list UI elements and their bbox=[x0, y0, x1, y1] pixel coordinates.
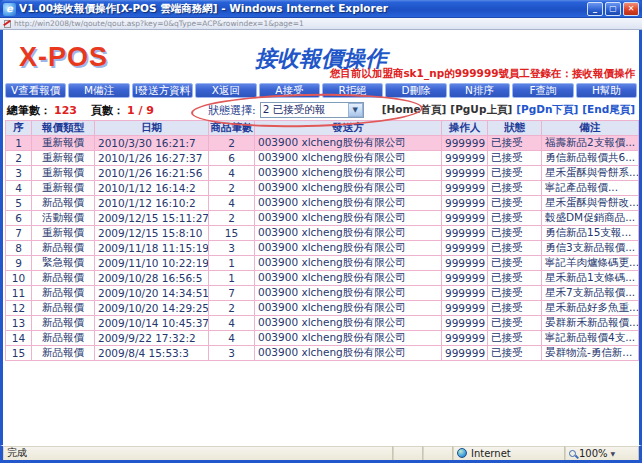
menu-button-help[interactable]: H幫助 bbox=[576, 83, 637, 98]
cell-type: 新品報價 bbox=[32, 271, 95, 286]
cell-operator: 999999 bbox=[442, 181, 488, 196]
menu-button-reject[interactable]: R拒絕 bbox=[322, 83, 383, 98]
status-spacer-2 bbox=[423, 446, 453, 460]
cell-type: 新品報價 bbox=[32, 286, 95, 301]
cell-seq: 8 bbox=[6, 241, 32, 256]
cell-type: 重新報價 bbox=[32, 151, 95, 166]
pagination-end[interactable]: [End尾頁] bbox=[582, 103, 635, 117]
cell-type: 新品報價 bbox=[32, 196, 95, 211]
status-select-value: 2 已接受的報 bbox=[261, 103, 348, 117]
table-row[interactable]: 3重新報價2010/1/26 16:21:564003900 xlcheng股份… bbox=[6, 166, 639, 181]
cell-type: 新品報價 bbox=[32, 301, 95, 316]
status-select-dropdown[interactable]: 2 已接受的報 ▼ bbox=[260, 102, 364, 118]
cell-count: 4 bbox=[209, 196, 255, 211]
cell-date: 2009/11/10 10:22:19 bbox=[95, 256, 209, 271]
cell-sender: 003900 xlcheng股份有限公司 bbox=[255, 256, 442, 271]
cell-date: 2010/1/12 16:10:2 bbox=[95, 196, 209, 211]
zoom-dropdown-icon[interactable]: ▼ bbox=[611, 450, 616, 457]
cell-note: 寧記新品報價4支... bbox=[542, 331, 639, 346]
menu-button-sort[interactable]: N排序 bbox=[449, 83, 510, 98]
cell-type: 緊急報價 bbox=[32, 256, 95, 271]
cell-operator: 999999 bbox=[442, 271, 488, 286]
cell-sender: 003900 xlcheng股份有限公司 bbox=[255, 166, 442, 181]
col-header-operator: 操作人 bbox=[442, 121, 488, 136]
table-row[interactable]: 8新品報價2009/11/18 11:15:193003900 xlcheng股… bbox=[6, 241, 639, 256]
zoom-level: 100% bbox=[579, 448, 608, 459]
cell-type: 新品報價 bbox=[32, 331, 95, 346]
cell-count: 2 bbox=[209, 301, 255, 316]
table-row[interactable]: 4重新報價2010/1/12 16:14:22003900 xlcheng股份有… bbox=[6, 181, 639, 196]
cell-operator: 999999 bbox=[442, 346, 488, 361]
table-row[interactable]: 2重新報價2010/1/26 16:27:376003900 xlcheng股份… bbox=[6, 151, 639, 166]
close-button[interactable]: ✕ bbox=[623, 2, 639, 16]
table-row[interactable]: 15新品報價2009/8/4 15:53:33003900 xlcheng股份有… bbox=[6, 346, 639, 361]
table-header-row: 序 報價類型 日期 商品筆數 發送方 操作人 狀態 備注 bbox=[6, 121, 639, 136]
cell-seq: 2 bbox=[6, 151, 32, 166]
pagination-pgdn[interactable]: [PgDn下頁] bbox=[516, 103, 578, 117]
menu-button-sender-info[interactable]: I發送方資料 bbox=[132, 83, 193, 98]
cell-status: 已接受 bbox=[488, 331, 542, 346]
page-header: X-POS 接收報價操作 您目前以加盟商sk1_np的999999號員工登錄在：… bbox=[3, 30, 639, 83]
cell-note: 星禾蛋酥與骨餅系... bbox=[542, 166, 639, 181]
menu-button-delete[interactable]: D刪除 bbox=[385, 83, 446, 98]
table-row[interactable]: 14新品報價2009/9/22 17:32:24003900 xlcheng股份… bbox=[6, 331, 639, 346]
cell-operator: 999999 bbox=[442, 316, 488, 331]
cell-type: 重新報價 bbox=[32, 181, 95, 196]
cell-date: 2009/8/4 15:53:3 bbox=[95, 346, 209, 361]
menu-bar: V查看報價 M備注 I發送方資料 X返回 A接受 R拒絕 D刪除 N排序 F查詢… bbox=[3, 83, 639, 100]
pagination-home[interactable]: [Home首頁] bbox=[382, 103, 447, 117]
zoom-control[interactable]: 100% ▼ bbox=[565, 446, 639, 460]
address-url[interactable]: http://win2008/tw/qoute/qout.asp?key=0&q… bbox=[14, 19, 304, 28]
cell-note: 星禾新品1支條碼... bbox=[542, 271, 639, 286]
status-bar: 完成 Internet 100% ▼ bbox=[0, 445, 642, 460]
cell-count: 7 bbox=[209, 286, 255, 301]
cell-date: 2009/10/20 14:34:51 bbox=[95, 286, 209, 301]
cell-type: 重新報價 bbox=[32, 166, 95, 181]
cell-date: 2010/1/12 16:14:2 bbox=[95, 181, 209, 196]
login-info-text: 您目前以加盟商sk1_np的999999號員工登錄在： bbox=[330, 67, 572, 79]
minimize-button[interactable]: _ bbox=[587, 2, 603, 16]
table-row[interactable]: 11新品報價2009/10/20 14:34:517003900 xlcheng… bbox=[6, 286, 639, 301]
cell-seq: 15 bbox=[6, 346, 32, 361]
chevron-down-icon[interactable]: ▼ bbox=[348, 103, 363, 117]
table-row[interactable]: 12新品報價2009/10/20 14:29:252003900 xlcheng… bbox=[6, 301, 639, 316]
cell-seq: 1 bbox=[6, 136, 32, 151]
col-header-note: 備注 bbox=[542, 121, 639, 136]
menu-button-memo[interactable]: M備注 bbox=[68, 83, 129, 98]
table-row[interactable]: 5新品報價2010/1/12 16:10:24003900 xlcheng股份有… bbox=[6, 196, 639, 211]
table-row[interactable]: 1重新報價2010/3/30 16:21:72003900 xlcheng股份有… bbox=[6, 136, 639, 151]
table-row[interactable]: 13新品報價2009/10/14 10:45:374003900 xlcheng… bbox=[6, 316, 639, 331]
cell-count: 6 bbox=[209, 151, 255, 166]
cell-status: 已接受 bbox=[488, 226, 542, 241]
cell-type: 新品報價 bbox=[32, 241, 95, 256]
table-row[interactable]: 7重新報價2009/12/15 15:8:1015003900 xlcheng股… bbox=[6, 226, 639, 241]
maximize-button[interactable]: ▢ bbox=[605, 2, 621, 16]
cell-type: 重新報價 bbox=[32, 136, 95, 151]
col-header-count: 商品筆數 bbox=[209, 121, 255, 136]
menu-button-return[interactable]: X返回 bbox=[195, 83, 256, 98]
cell-sender: 003900 xlcheng股份有限公司 bbox=[255, 301, 442, 316]
cell-sender: 003900 xlcheng股份有限公司 bbox=[255, 241, 442, 256]
cell-operator: 999999 bbox=[442, 196, 488, 211]
col-header-date: 日期 bbox=[95, 121, 209, 136]
info-row: 總筆數： 123 頁數： 1 / 9 狀態選擇: 2 已接受的報 ▼ [Home… bbox=[3, 100, 639, 120]
cell-count: 2 bbox=[209, 181, 255, 196]
total-count-label: 總筆數： bbox=[7, 103, 51, 118]
cell-sender: 003900 xlcheng股份有限公司 bbox=[255, 136, 442, 151]
titlebar[interactable]: e V1.00接收報價操作[X-POS 雲端商務網] - Windows Int… bbox=[0, 0, 642, 18]
table-row[interactable]: 9緊急報價2009/11/10 10:22:191003900 xlcheng股… bbox=[6, 256, 639, 271]
cell-status: 已接受 bbox=[488, 256, 542, 271]
cell-note: 勇信新品15支報... bbox=[542, 226, 639, 241]
menu-button-accept[interactable]: A接受 bbox=[259, 83, 320, 98]
table-row[interactable]: 10新品報價2009/10/28 16:56:51003900 xlcheng股… bbox=[6, 271, 639, 286]
cell-sender: 003900 xlcheng股份有限公司 bbox=[255, 226, 442, 241]
menu-button-view-quote[interactable]: V查看報價 bbox=[5, 83, 66, 98]
cell-note: 穀盛DM促銷商品... bbox=[542, 211, 639, 226]
pagination-pgup[interactable]: [PgUp上頁] bbox=[450, 103, 512, 117]
cell-seq: 5 bbox=[6, 196, 32, 211]
address-bar[interactable]: http://win2008/tw/qoute/qout.asp?key=0&q… bbox=[0, 18, 642, 30]
pages-label: 頁數： bbox=[91, 103, 124, 118]
table-row[interactable]: 6活動報價2009/12/15 15:11:272003900 xlcheng股… bbox=[6, 211, 639, 226]
menu-button-search[interactable]: F查詢 bbox=[512, 83, 573, 98]
col-header-status: 狀態 bbox=[488, 121, 542, 136]
